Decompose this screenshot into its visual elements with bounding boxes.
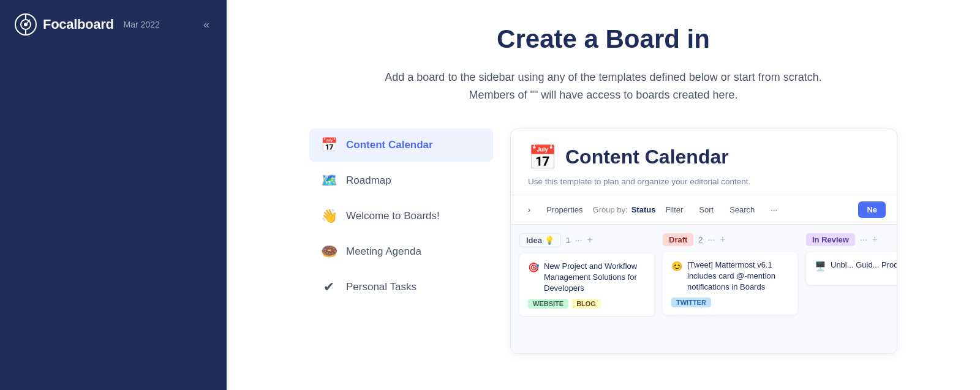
preview-header: 📅 Content Calendar Use this template to … bbox=[511, 129, 897, 195]
app-name: Focalboard bbox=[43, 17, 114, 32]
subtitle-line2: Members of "" will have access to boards… bbox=[469, 89, 738, 101]
template-item-meeting-agenda[interactable]: 🍩 Meeting Agenda bbox=[309, 235, 493, 268]
sidebar-header: Focalboard Mar 2022 bbox=[0, 0, 227, 49]
board-columns: Idea 💡 1 ··· + 🎯 New Project and Workflo… bbox=[511, 225, 897, 353]
template-area: 📅 Content Calendar 🗺️ Roadmap 👋 Welcome … bbox=[309, 129, 897, 354]
personal-tasks-icon: ✔ bbox=[320, 279, 337, 295]
sidebar-date: Mar 2022 bbox=[124, 20, 160, 29]
template-item-welcome-boards[interactable]: 👋 Welcome to Boards! bbox=[309, 200, 493, 233]
roadmap-icon: 🗺️ bbox=[320, 173, 337, 189]
inreview-badge: In Review bbox=[806, 233, 855, 246]
sort-button[interactable]: Sort bbox=[693, 202, 720, 217]
card-title: Unbl... Guid... Prod... bbox=[831, 260, 897, 271]
page-title: Create a Board in bbox=[497, 24, 710, 54]
card-title-row: 🎯 New Project and Workflow Management So… bbox=[528, 261, 646, 294]
search-button[interactable]: Search bbox=[723, 202, 761, 217]
main-content: Create a Board in Add a board to the sid… bbox=[227, 0, 980, 390]
template-list: 📅 Content Calendar 🗺️ Roadmap 👋 Welcome … bbox=[309, 129, 493, 304]
card-unbl[interactable]: 🖥️ Unbl... Guid... Prod... bbox=[806, 252, 897, 285]
draft-col-dots[interactable]: ··· bbox=[708, 234, 715, 244]
board-toolbar: › Properties Group by: Status Filter Sor… bbox=[511, 195, 897, 225]
idea-badge: Idea 💡 bbox=[519, 233, 561, 247]
meeting-agenda-icon: 🍩 bbox=[320, 244, 337, 260]
template-label-welcome-boards: Welcome to Boards! bbox=[346, 210, 440, 222]
template-item-content-calendar[interactable]: 📅 Content Calendar bbox=[309, 129, 493, 162]
card-emoji: 🎯 bbox=[528, 261, 540, 274]
subtitle-line1: Add a board to the sidebar using any of … bbox=[385, 71, 821, 83]
preview-description: Use this template to plan and organize y… bbox=[528, 177, 880, 186]
template-item-roadmap[interactable]: 🗺️ Roadmap bbox=[309, 164, 493, 197]
preview-board-emoji: 📅 bbox=[528, 144, 557, 171]
toolbar-chevron[interactable]: › bbox=[522, 202, 537, 217]
template-label-roadmap: Roadmap bbox=[346, 174, 391, 187]
idea-col-add[interactable]: + bbox=[587, 234, 593, 246]
collapse-sidebar-button[interactable] bbox=[201, 16, 212, 34]
welcome-boards-icon: 👋 bbox=[320, 208, 337, 224]
tag-website: WEBSITE bbox=[528, 299, 568, 309]
collapse-icon bbox=[203, 18, 209, 31]
preview-card: 📅 Content Calendar Use this template to … bbox=[510, 129, 897, 354]
more-options-button[interactable]: ··· bbox=[764, 202, 783, 217]
template-label-personal-tasks: Personal Tasks bbox=[346, 281, 417, 293]
tag-blog: BLOG bbox=[571, 299, 601, 309]
page-subtitle: Add a board to the sidebar using any of … bbox=[385, 69, 821, 104]
template-label-content-calendar: Content Calendar bbox=[346, 139, 433, 151]
focalboard-logo-icon bbox=[15, 13, 37, 36]
column-inreview-header: In Review ··· + bbox=[806, 233, 897, 246]
column-draft: Draft 2 ··· + 😊 [Tweet] Mattermost v6.1 … bbox=[663, 233, 797, 353]
idea-count: 1 bbox=[566, 236, 570, 245]
groupby-value: Status bbox=[631, 205, 656, 214]
column-draft-header: Draft 2 ··· + bbox=[663, 233, 797, 246]
card-new-project[interactable]: 🎯 New Project and Workflow Management So… bbox=[519, 253, 654, 317]
idea-col-dots[interactable]: ··· bbox=[575, 235, 582, 245]
content-calendar-icon: 📅 bbox=[320, 137, 337, 153]
draft-col-add[interactable]: + bbox=[720, 234, 725, 245]
card-title-row: 😊 [Tweet] Mattermost v6.1 includes card … bbox=[671, 260, 789, 293]
card-tweet-mattermost[interactable]: 😊 [Tweet] Mattermost v6.1 includes card … bbox=[663, 252, 797, 315]
filter-button[interactable]: Filter bbox=[659, 202, 689, 217]
tag-twitter: TWITTER bbox=[671, 298, 711, 307]
card-emoji: 🖥️ bbox=[815, 260, 826, 272]
card-title: [Tweet] Mattermost v6.1 includes card @-… bbox=[687, 260, 789, 293]
preview-title-row: 📅 Content Calendar bbox=[528, 144, 880, 171]
inreview-col-dots[interactable]: ··· bbox=[860, 234, 867, 244]
properties-button[interactable]: Properties bbox=[540, 202, 589, 217]
new-card-button[interactable]: Ne bbox=[858, 201, 886, 218]
template-item-personal-tasks[interactable]: ✔ Personal Tasks bbox=[309, 271, 493, 304]
template-label-meeting-agenda: Meeting Agenda bbox=[346, 246, 421, 258]
groupby-label: Group by: bbox=[593, 205, 628, 214]
card-tags: WEBSITE BLOG bbox=[528, 299, 646, 309]
draft-badge: Draft bbox=[663, 233, 693, 246]
card-title-row: 🖥️ Unbl... Guid... Prod... bbox=[815, 260, 897, 272]
preview-board-title: Content Calendar bbox=[565, 146, 729, 168]
card-tags: TWITTER bbox=[671, 298, 789, 307]
inreview-col-add[interactable]: + bbox=[872, 234, 878, 245]
draft-count: 2 bbox=[698, 235, 703, 244]
column-idea: Idea 💡 1 ··· + 🎯 New Project and Workflo… bbox=[519, 233, 654, 353]
column-in-review: In Review ··· + 🖥️ Unbl... Guid... Prod.… bbox=[806, 233, 897, 353]
card-title: New Project and Workflow Management Solu… bbox=[544, 261, 646, 294]
sidebar: Focalboard Mar 2022 bbox=[0, 0, 227, 390]
card-emoji: 😊 bbox=[671, 260, 683, 272]
column-idea-header: Idea 💡 1 ··· + bbox=[519, 233, 654, 247]
